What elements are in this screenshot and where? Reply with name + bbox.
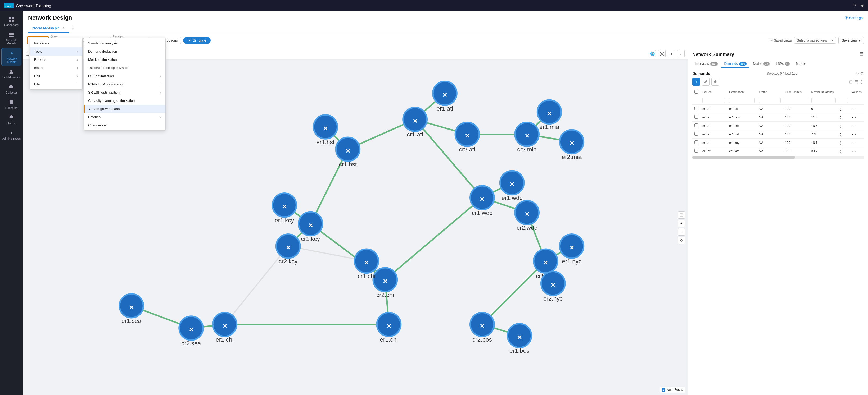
- tools-item-demand-deduction[interactable]: Demand deduction: [84, 47, 165, 56]
- auto-focus-checkbox[interactable]: [662, 388, 665, 392]
- svg-rect-8: [9, 86, 13, 88]
- filter-extra-input[interactable]: [840, 98, 848, 103]
- tools-item-create-growth-plans[interactable]: Create growth plans: [84, 105, 165, 113]
- tools-item-metric-optimization[interactable]: Metric optimization: [84, 56, 165, 64]
- user-icon[interactable]: ●: [861, 3, 864, 8]
- right-panel-menu-icon[interactable]: [859, 52, 864, 58]
- col-traffic-header[interactable]: Traffic: [757, 88, 783, 96]
- settings-gear-icon[interactable]: ⚙: [861, 71, 864, 75]
- sidebar-item-administration[interactable]: Administration: [1, 128, 22, 142]
- menu-item-initializers[interactable]: Initializers ›: [30, 39, 82, 47]
- refresh-icon[interactable]: ↻: [856, 71, 859, 75]
- row-actions-5[interactable]: ···: [850, 147, 864, 156]
- demands-add-btn[interactable]: +: [692, 78, 700, 86]
- network-icon-btn[interactable]: [658, 50, 665, 57]
- filter-latency-input[interactable]: [811, 98, 836, 103]
- tools-item-changeover[interactable]: Changeover: [84, 121, 165, 129]
- crosshair-btn[interactable]: [678, 237, 685, 244]
- tools-item-lsp-optimization[interactable]: LSP optimization ›: [84, 72, 165, 80]
- svg-text:✕: ✕: [383, 278, 388, 285]
- edit-arrow-icon: ›: [77, 74, 78, 78]
- settings-link[interactable]: Settings: [844, 16, 863, 20]
- sidebar-item-collector[interactable]: Collector: [1, 82, 22, 96]
- menu-item-edit[interactable]: Edit ›: [30, 72, 82, 80]
- show-groups-checkbox[interactable]: [26, 52, 29, 56]
- sidebar-item-dashboard[interactable]: Dashboard: [1, 14, 22, 29]
- row-checkbox-5[interactable]: [694, 149, 698, 153]
- row-actions-1[interactable]: ···: [850, 113, 864, 122]
- row-checkbox-3[interactable]: [694, 132, 698, 136]
- tools-item-tactical-metric[interactable]: Tactical metric optimization: [84, 64, 165, 72]
- sidebar-item-licensing[interactable]: Licensing: [1, 97, 22, 111]
- table-scroll-x[interactable]: [692, 156, 864, 159]
- alerts-icon: [8, 115, 14, 121]
- sidebar-item-network-design[interactable]: Network Design: [1, 48, 22, 66]
- grid-view-icon-btn[interactable]: ⋮: [860, 79, 864, 84]
- filter-extra-cell: [838, 96, 850, 105]
- list-view-btn[interactable]: [678, 211, 685, 219]
- col-latency-header[interactable]: Maximum latency: [809, 88, 838, 96]
- zoom-out-btn[interactable]: −: [678, 228, 685, 236]
- svg-rect-127: [680, 215, 683, 215]
- tools-item-patches[interactable]: Patches ›: [84, 113, 165, 121]
- rp-tab-interfaces[interactable]: Interfaces 100: [692, 60, 720, 68]
- globe-icon-btn[interactable]: 🌐: [649, 50, 656, 57]
- filter-ecmp-input[interactable]: [785, 98, 807, 103]
- filter-source-input[interactable]: [702, 98, 725, 103]
- demands-edit-btn[interactable]: [702, 78, 710, 86]
- demands-delete-btn[interactable]: [711, 78, 719, 86]
- row-actions-0[interactable]: ···: [850, 105, 864, 113]
- menu-item-insert[interactable]: Insert ›: [30, 64, 82, 72]
- menu-item-file[interactable]: File ›: [30, 80, 82, 88]
- metric-optimization-label: Metric optimization: [88, 58, 117, 62]
- row-checkbox-1[interactable]: [694, 115, 698, 119]
- prev-icon-btn[interactable]: ‹: [668, 50, 675, 57]
- rp-tab-lsps[interactable]: LSPs 0: [773, 60, 792, 68]
- row-checkbox-0[interactable]: [694, 106, 698, 110]
- row-source-2: er1.atl: [700, 122, 727, 130]
- row-source-4: er1.atl: [700, 138, 727, 147]
- row-checkbox-2[interactable]: [694, 124, 698, 127]
- tools-item-simulation-analysis[interactable]: Simulation analysis: [84, 39, 165, 47]
- tab-add-button[interactable]: +: [69, 24, 77, 33]
- select-all-checkbox[interactable]: [694, 90, 698, 94]
- help-icon[interactable]: ?: [854, 3, 856, 8]
- row-actions-4[interactable]: ···: [850, 138, 864, 147]
- svg-line-38: [284, 205, 311, 224]
- edit-label: Edit: [34, 74, 40, 78]
- demands-table-wrap[interactable]: Source Destination Traffic ECMP min % Ma…: [692, 88, 864, 395]
- tools-item-sr-lsp[interactable]: SR LSP optimization ›: [84, 88, 165, 97]
- sidebar-item-alerts[interactable]: Alerts: [1, 112, 22, 127]
- tab-close-processed-lab[interactable]: ✕: [62, 26, 65, 30]
- tools-item-capacity-planning[interactable]: Capacity planning optimization: [84, 97, 165, 105]
- menu-item-reports[interactable]: Reports ›: [30, 56, 82, 64]
- menu-item-tools[interactable]: Tools ›: [30, 47, 82, 56]
- row-checkbox-4[interactable]: [694, 140, 698, 144]
- rp-tab-nodes[interactable]: Nodes 33: [750, 60, 772, 68]
- filter-dest-input[interactable]: [729, 98, 755, 103]
- row-actions-2[interactable]: ···: [850, 122, 864, 130]
- sr-lsp-arrow-icon: ›: [160, 91, 161, 94]
- col-destination-header[interactable]: Destination: [727, 88, 757, 96]
- next-icon-btn[interactable]: ›: [677, 50, 685, 57]
- filter-traffic-input[interactable]: [759, 98, 781, 103]
- rp-tab-demands[interactable]: Demands 109: [721, 60, 749, 68]
- sidebar-item-job-manager[interactable]: Job Manager: [1, 67, 22, 81]
- sidebar-item-network-models[interactable]: Network Models: [1, 30, 22, 47]
- changeover-label: Changeover: [88, 123, 107, 127]
- zoom-in-btn[interactable]: +: [678, 220, 685, 227]
- row-actions-3[interactable]: ···: [850, 130, 864, 138]
- tools-item-rsvp-lsp[interactable]: RSVP LSP optimization ›: [84, 80, 165, 88]
- svg-text:✕: ✕: [442, 92, 447, 98]
- rp-tab-more[interactable]: More ▾: [794, 60, 808, 68]
- sidebar-label-dashboard: Dashboard: [4, 23, 19, 27]
- col-ecmp-header[interactable]: ECMP min %: [783, 88, 809, 96]
- filter-icon-btn[interactable]: ⊟: [849, 79, 852, 84]
- svg-text:✕: ✕: [543, 260, 548, 266]
- simulate-button[interactable]: Simulate: [183, 37, 211, 44]
- tab-processed-lab[interactable]: processed-lab.pln ✕: [28, 24, 69, 33]
- saved-views-select[interactable]: Select a saved view: [794, 37, 836, 44]
- save-view-button[interactable]: Save view ▾: [838, 37, 864, 44]
- list-view-icon-btn[interactable]: ☰: [854, 79, 858, 84]
- col-source-header[interactable]: Source: [700, 88, 727, 96]
